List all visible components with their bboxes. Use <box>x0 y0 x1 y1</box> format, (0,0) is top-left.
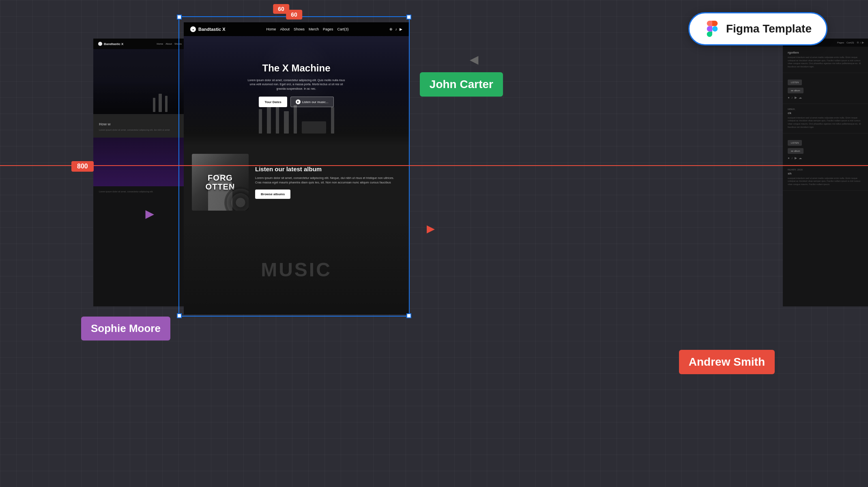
nav-merch[interactable]: Merch <box>309 27 319 31</box>
selection-handle-tr[interactable] <box>406 15 411 19</box>
sec-footer-lorem: Lorem ipsum dolor sit amet, consectetur … <box>99 190 153 193</box>
sec-brand: Bandtastic X <box>98 42 123 46</box>
figma-icon <box>704 21 720 37</box>
ruler-badge: 800 <box>71 161 94 172</box>
rp-section-mber: MBER, ck ousquet interdum sed ut amet ma… <box>783 104 868 134</box>
spotify-icon-2[interactable]: ● <box>788 156 790 160</box>
rp-listen-btn-2[interactable]: LISTEN <box>788 140 802 146</box>
cursor-right-icon: ▶ <box>427 222 435 235</box>
main-nav: ● Bandtastic X Home About Shows Merch Pa… <box>184 22 409 36</box>
nav-shows[interactable]: Shows <box>294 27 305 31</box>
dimension-indicator: 60 <box>273 4 289 14</box>
sec-nav-links: Home About Shows <box>157 43 182 45</box>
rp-album-btn-2[interactable]: ee album <box>788 148 804 154</box>
selection-handle-bl[interactable] <box>177 313 182 318</box>
music-bg-text: MUSIC <box>261 259 332 281</box>
rp-album-btn-1[interactable]: ee album <box>788 88 804 93</box>
play-icon <box>296 99 301 104</box>
rp-date-2: NUARY, 2016 <box>788 168 863 171</box>
rp-platform-icons-2: ● ♪ ▶ ☁ <box>788 156 863 160</box>
figma-template-badge: Figma Template <box>688 12 827 45</box>
album-description: Lorem ipsum dolor sit amet, consectetur … <box>255 176 401 185</box>
sec-nav-home: Home <box>157 43 163 45</box>
rp-album-label-1: ee album <box>791 89 800 92</box>
rp-nav-icons: ⊕ ♪ ▶ <box>857 41 864 44</box>
play-triangle <box>297 101 299 103</box>
rp-album-label-2: ee album <box>791 150 800 152</box>
figma-template-label: Figma Template <box>726 22 812 35</box>
hero-section: The X Machine Lorem ipsum dolor sit amet… <box>184 36 409 134</box>
listen-label: Listen our music... <box>302 100 329 104</box>
browse-albums-button[interactable]: Browse albums <box>255 190 290 199</box>
rp-january-title: sh <box>788 172 863 175</box>
soundcloud-icon-2[interactable]: ☁ <box>799 156 802 160</box>
rp-forgotten-title: rgotten <box>788 51 863 54</box>
nav-about[interactable]: About <box>280 27 290 31</box>
album-cover: FORG OTTEN <box>192 154 249 211</box>
rp-section-listen1: LISTEN ee album ● ♪ ▶ ☁ <box>783 73 868 104</box>
rp-section-listen2: LISTEN ee album ● ♪ ▶ ☁ <box>783 134 868 164</box>
sec-brand-icon <box>98 42 102 46</box>
john-carter-badge: John Carter <box>420 72 503 97</box>
rp-section-january: NUARY, 2016 sh ousquet interdum sed ut a… <box>783 164 868 191</box>
sec-how-title: How w <box>99 122 111 126</box>
sec-nav-shows: Shows <box>174 43 182 45</box>
rp-forgotten-text: ousquet interdum sed ut amet mattis vulp… <box>788 56 863 69</box>
soundcloud-icon[interactable]: ☁ <box>799 96 802 99</box>
nav-links: Home About Shows Merch Pages Cart(3) <box>266 27 349 31</box>
search-icon[interactable]: ⊕ <box>389 27 393 31</box>
youtube-icon-3[interactable]: ▶ <box>795 156 797 160</box>
rp-section-forgotten: rgotten ousquet interdum sed ut amet mat… <box>783 47 868 73</box>
album-cover-text: FORG OTTEN <box>206 173 235 191</box>
nav-home[interactable]: Home <box>266 27 276 31</box>
nav-brand-label: Bandtastic X <box>198 27 226 32</box>
sec-figure-1 <box>153 98 155 112</box>
nav-brand: ● Bandtastic X <box>190 26 226 32</box>
spotify-icon[interactable]: ● <box>788 96 790 99</box>
hero-title: The X Machine <box>262 62 330 74</box>
music-icon-2[interactable]: ♪ <box>791 96 793 99</box>
music-section: MUSIC <box>184 219 409 315</box>
rp-date-1: MBER, <box>788 108 863 110</box>
sec-brand-label: Bandtastic X <box>104 42 123 46</box>
rp-mber-text: ousquet interdum sed ut amet mattis vulp… <box>788 116 863 129</box>
cursor-top-right-icon: ◀ <box>470 53 479 66</box>
album-section-title: Listen our latest album <box>255 166 401 172</box>
music-icon-3[interactable]: ♪ <box>791 156 793 160</box>
album-info: Listen our latest album Lorem ipsum dolo… <box>255 154 401 211</box>
hero-footer-gradient <box>184 134 409 146</box>
hero-content: The X Machine Lorem ipsum dolor sit amet… <box>184 36 409 134</box>
nav-cart[interactable]: Cart(3) <box>337 27 349 31</box>
sophie-moore-badge: Sophie Moore <box>81 317 170 340</box>
tour-dates-button[interactable]: Tour Dates <box>259 97 287 107</box>
music-icon[interactable]: ♪ <box>395 27 397 31</box>
listen-button[interactable]: Listen our music... <box>290 97 334 107</box>
sec-figure-2 <box>159 94 162 112</box>
youtube-icon[interactable]: ▶ <box>400 27 402 31</box>
nav-brand-icon: ● <box>190 26 196 32</box>
horizontal-ruler-line <box>0 165 868 166</box>
rp-mber-title: ck <box>788 111 863 115</box>
right-panel: Pages Cart(3) ⊕ ♪ ▶ rgotten ousquet inte… <box>783 39 868 306</box>
main-mockup: ● Bandtastic X Home About Shows Merch Pa… <box>184 22 409 315</box>
selection-handle-tl[interactable] <box>177 15 182 19</box>
album-title-line1: FORG <box>206 173 235 182</box>
rp-forgotten-prefix: rgotten <box>788 51 799 54</box>
rp-january-text: ousquet interdum sed ut amet mattis vulp… <box>788 177 863 186</box>
rp-platform-icons-1: ● ♪ ▶ ☁ <box>788 96 863 99</box>
rp-nav-pages: Pages <box>837 41 844 44</box>
album-section: FORG OTTEN Listen our latest album Lorem… <box>184 146 409 219</box>
hero-buttons: Tour Dates Listen our music... <box>259 97 333 107</box>
hero-subtitle: Lorem ipsum dolor sit amet, consectetur … <box>246 78 347 91</box>
nav-icons: ⊕ ♪ ▶ <box>389 27 402 31</box>
youtube-icon-2[interactable]: ▶ <box>795 96 797 99</box>
cursor-left-icon: ◀ <box>145 207 154 220</box>
andrew-smith-badge: Andrew Smith <box>679 350 775 374</box>
sec-figure-3 <box>165 96 168 112</box>
rp-listen-btn-1[interactable]: LISTEN <box>788 80 802 85</box>
rp-listen-label-1: LISTEN <box>791 81 799 84</box>
rp-nav-cart: Cart(3) <box>847 41 854 44</box>
sec-nav-about: About <box>165 43 172 45</box>
nav-pages[interactable]: Pages <box>323 27 333 31</box>
